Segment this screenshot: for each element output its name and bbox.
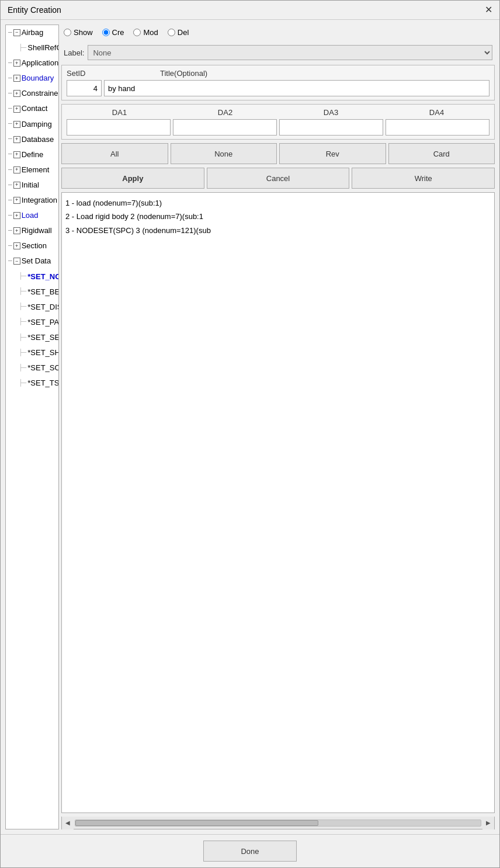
tree-expand-icon[interactable]: + [13, 90, 20, 97]
tree-item-section[interactable]: ─+Section [6, 238, 58, 254]
list-item: 1 - load (nodenum=7)(sub:1) [65, 196, 491, 210]
tree-item-constrained[interactable]: ─+Constrained [6, 86, 58, 101]
radio-show-input[interactable] [64, 29, 71, 36]
tree-expand-icon[interactable]: + [13, 227, 20, 234]
tree-expand-icon[interactable]: + [13, 136, 20, 143]
tree-label: *SET_NODE [27, 270, 59, 283]
tree-label: *SET_SEGM [27, 331, 59, 344]
tree-expand-icon[interactable]: − [13, 29, 20, 36]
tree-item-element[interactable]: ─+Element [6, 162, 58, 178]
tree-item-initial[interactable]: ─+Initial [6, 178, 58, 193]
tree-item-contact[interactable]: ─+Contact [6, 101, 58, 116]
da3-input[interactable] [279, 119, 383, 136]
tree-label: Contact [22, 102, 48, 115]
tree-label: Constrained [22, 87, 59, 100]
none-button[interactable]: None [171, 143, 277, 164]
scroll-left-button[interactable]: ◀ [62, 817, 74, 829]
scroll-right-button[interactable]: ▶ [482, 817, 494, 829]
setid-input[interactable] [67, 80, 102, 96]
rev-button[interactable]: Rev [279, 143, 386, 164]
tree-label: Database [22, 133, 54, 146]
tree-item-define[interactable]: ─+Define [6, 147, 58, 162]
tree-expand-icon[interactable]: − [13, 258, 20, 265]
da4-label: DA4 [384, 108, 489, 117]
tree-label: *SET_DISCR [27, 301, 59, 314]
radio-cre[interactable]: Cre [102, 28, 124, 37]
tree-item-airbag[interactable]: ─−Airbag [6, 25, 58, 40]
apply-button[interactable]: Apply [61, 168, 204, 189]
tree-label: Damping [22, 118, 52, 131]
tree-expand-icon[interactable]: + [13, 75, 20, 82]
tree-expand-icon[interactable]: + [13, 212, 20, 219]
da1-input[interactable] [67, 119, 171, 136]
tree-item-set_shell[interactable]: ├─*SET_SHELL [6, 345, 58, 360]
tree-label: *SET_SOLID [27, 362, 59, 374]
all-button[interactable]: All [61, 143, 168, 164]
close-button[interactable]: ✕ [485, 5, 492, 15]
setid-section: SetID Title(Optional) [61, 65, 495, 100]
list-item: 2 - Load rigid body 2 (nodenum=7)(sub:1 [65, 210, 491, 223]
tree-expand-icon[interactable]: + [13, 60, 20, 67]
radio-mod-input[interactable] [133, 29, 141, 36]
dialog-title: Entity Creation [8, 5, 61, 15]
tree-item-setdata[interactable]: ─−Set Data [6, 254, 58, 269]
da2-input[interactable] [173, 119, 277, 136]
label-select[interactable]: None [88, 45, 492, 60]
list-item: 3 - NODESET(SPC) 3 (nodenum=121)(sub [65, 224, 491, 237]
tree-item-boundary[interactable]: ─+Boundary [6, 71, 58, 86]
radio-del-input[interactable] [168, 29, 175, 36]
tree-panel[interactable]: ─−Airbag├─ShellRefGM─+Application─+Bound… [5, 25, 59, 829]
tree-item-set_segm[interactable]: ├─*SET_SEGM [6, 330, 58, 345]
tree-label: *SET_BEAM [27, 286, 59, 298]
tree-item-set_beam[interactable]: ├─*SET_BEAM [6, 284, 58, 300]
label-row: Label: None [61, 44, 495, 61]
done-button[interactable]: Done [203, 841, 297, 862]
tree-item-set_discr[interactable]: ├─*SET_DISCR [6, 300, 58, 315]
tree-item-shellrefgm[interactable]: ├─ShellRefGM [6, 40, 58, 55]
cancel-button[interactable]: Cancel [207, 168, 350, 189]
tree-label: ShellRefGM [27, 41, 59, 54]
tree-expand-icon[interactable]: + [13, 242, 20, 249]
mode-radio-group: Show Cre Mod Del [61, 25, 495, 40]
da-inputs [67, 119, 489, 136]
scroll-thumb [75, 820, 318, 826]
tree-expand-icon[interactable]: + [13, 151, 20, 158]
tree-expand-icon[interactable]: + [13, 182, 20, 189]
da-header: DA1 DA2 DA3 DA4 [67, 108, 489, 117]
tree-label: Rigidwall [22, 224, 52, 237]
da3-label: DA3 [278, 108, 384, 117]
radio-del[interactable]: Del [168, 28, 189, 37]
tree-expand-icon[interactable]: + [13, 106, 20, 113]
write-button[interactable]: Write [352, 168, 495, 189]
setid-column-label: SetID [67, 69, 113, 78]
radio-cre-input[interactable] [102, 29, 110, 36]
tree-item-application[interactable]: ─+Application [6, 55, 58, 71]
title-input[interactable] [104, 80, 489, 96]
card-button[interactable]: Card [388, 143, 495, 164]
tree-label: Initial [22, 179, 39, 192]
tree-expand-icon[interactable]: + [13, 166, 20, 173]
radio-mod[interactable]: Mod [133, 28, 158, 37]
tree-item-rigidwall[interactable]: ─+Rigidwall [6, 223, 58, 238]
tree-expand-icon[interactable]: + [13, 121, 20, 128]
horizontal-scrollbar[interactable]: ◀ ▶ [61, 817, 495, 829]
tree-label: Boundary [22, 72, 54, 85]
tree-item-set_solid[interactable]: ├─*SET_SOLID [6, 360, 58, 376]
tree-label: Section [22, 239, 47, 252]
tree-item-set_tshell[interactable]: ├─*SET_TSHELL [6, 376, 58, 391]
tree-item-database[interactable]: ─+Database [6, 132, 58, 147]
scroll-track[interactable] [75, 820, 481, 827]
radio-show[interactable]: Show [64, 28, 93, 37]
tree-item-damping[interactable]: ─+Damping [6, 117, 58, 132]
tree-item-integration[interactable]: ─+Integration [6, 193, 58, 208]
tree-label: Integration [22, 194, 57, 207]
tree-item-set_node[interactable]: ├─*SET_NODE [6, 269, 58, 284]
da4-input[interactable] [386, 119, 489, 136]
list-area: 1 - load (nodenum=7)(sub:1)2 - Load rigi… [61, 192, 495, 813]
tree-label: *SET_SHELL [27, 346, 59, 359]
tree-item-load[interactable]: ─+Load [6, 208, 58, 223]
tree-item-set_part[interactable]: ├─*SET_PART [6, 315, 58, 330]
tree-expand-icon[interactable]: + [13, 197, 20, 204]
main-content: ─−Airbag├─ShellRefGM─+Application─+Bound… [1, 20, 499, 834]
tree-label: *SET_TSHELL [27, 377, 59, 390]
